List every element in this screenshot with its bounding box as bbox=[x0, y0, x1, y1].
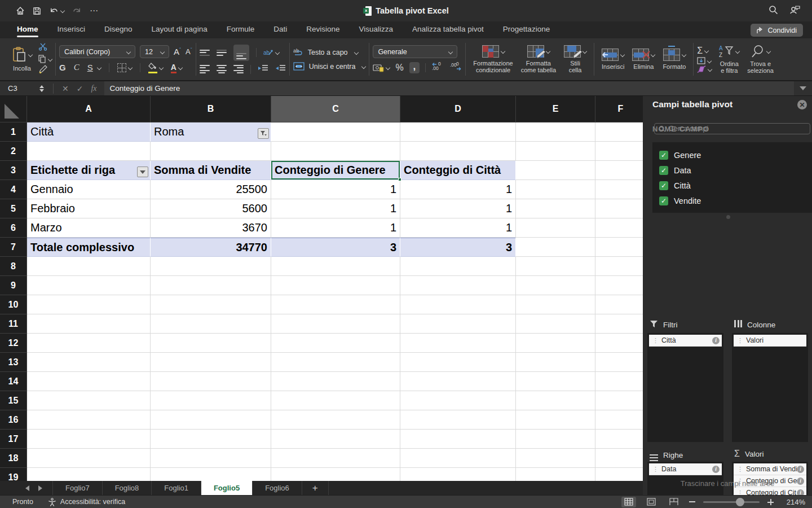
sheet-nav-right-icon[interactable] bbox=[38, 485, 42, 491]
row-header-16[interactable]: 16 bbox=[0, 410, 27, 430]
merge-center-button[interactable]: Unisci e centra bbox=[293, 62, 366, 71]
cell-F11[interactable] bbox=[595, 314, 643, 334]
cell-D12[interactable] bbox=[400, 334, 516, 353]
sheet-tab-foglio7[interactable]: Foglio7 bbox=[52, 481, 103, 495]
percent-style-button[interactable]: % bbox=[395, 63, 403, 73]
row-header-6[interactable]: 6 bbox=[0, 218, 27, 238]
field-chip[interactable]: ⋮Somma di Vendi...i bbox=[734, 463, 806, 475]
decrease-decimal-icon[interactable]: .000 bbox=[449, 62, 462, 73]
cell-A19[interactable] bbox=[27, 468, 151, 481]
clear-button[interactable] bbox=[697, 65, 712, 73]
cell-A8[interactable] bbox=[27, 257, 151, 276]
cell-styles-button[interactable]: Stilicella bbox=[560, 45, 590, 73]
wrap-text-button[interactable]: ab Testo a capo bbox=[293, 48, 366, 57]
cell-F5[interactable] bbox=[595, 199, 643, 218]
home-icon[interactable] bbox=[16, 6, 25, 15]
cell-B14[interactable] bbox=[151, 372, 271, 391]
row-header-14[interactable]: 14 bbox=[0, 372, 27, 391]
orientation-button[interactable]: ab bbox=[263, 48, 279, 57]
search-icon[interactable] bbox=[769, 5, 778, 17]
comma-style-button[interactable]: , bbox=[409, 62, 420, 73]
cell-E6[interactable] bbox=[516, 218, 595, 238]
underline-button[interactable]: S bbox=[87, 63, 93, 72]
cell-B19[interactable] bbox=[151, 468, 271, 481]
cell-E14[interactable] bbox=[516, 372, 595, 391]
field-item-data[interactable]: ✓Data bbox=[659, 163, 812, 178]
row-header-10[interactable]: 10 bbox=[0, 295, 27, 314]
fill-color-button[interactable] bbox=[148, 62, 163, 73]
row-labels-dropdown-icon[interactable] bbox=[137, 167, 148, 177]
insert-cells-button[interactable]: Inserisci bbox=[598, 49, 628, 70]
cell-A15[interactable] bbox=[27, 391, 151, 410]
align-bottom-icon[interactable] bbox=[233, 45, 249, 61]
cell-A1[interactable]: Città bbox=[27, 122, 151, 142]
cell-D18[interactable] bbox=[400, 449, 516, 468]
cell-D1[interactable] bbox=[400, 122, 516, 142]
field-item-genere[interactable]: ✓Genere bbox=[659, 147, 812, 163]
drag-handle-icon[interactable]: ⋮ bbox=[652, 466, 658, 473]
row-header-11[interactable]: 11 bbox=[0, 314, 27, 334]
cell-E13[interactable] bbox=[516, 353, 595, 372]
cell-A4[interactable]: Gennaio bbox=[27, 180, 151, 199]
share-button[interactable]: Condividi bbox=[751, 24, 803, 37]
column-header-B[interactable]: B bbox=[151, 96, 271, 122]
cell-F10[interactable] bbox=[595, 295, 643, 314]
cell-E1[interactable] bbox=[516, 122, 595, 142]
cell-A2[interactable] bbox=[27, 142, 151, 161]
column-header-E[interactable]: E bbox=[516, 96, 595, 122]
save-icon[interactable] bbox=[33, 7, 41, 15]
field-chip[interactable]: ⋮Datai bbox=[649, 463, 722, 475]
row-header-1[interactable]: 1 bbox=[0, 122, 27, 142]
cell-E19[interactable] bbox=[516, 468, 595, 481]
cell-E8[interactable] bbox=[516, 257, 595, 276]
cell-F12[interactable] bbox=[595, 334, 643, 353]
ribbon-tab-layout-di-pagina[interactable]: Layout di pagina bbox=[152, 21, 208, 38]
cell-C1[interactable] bbox=[271, 122, 400, 142]
cell-B11[interactable] bbox=[151, 314, 271, 334]
cell-A12[interactable] bbox=[27, 334, 151, 353]
cell-B17[interactable] bbox=[151, 430, 271, 449]
cell-E12[interactable] bbox=[516, 334, 595, 353]
selection-fill-handle[interactable] bbox=[398, 178, 401, 181]
align-top-icon[interactable] bbox=[200, 50, 210, 56]
cell-E15[interactable] bbox=[516, 391, 595, 410]
field-item-vendite[interactable]: ✓Vendite bbox=[659, 193, 812, 208]
cell-A18[interactable] bbox=[27, 449, 151, 468]
row-header-8[interactable]: 8 bbox=[0, 257, 27, 276]
align-right-icon[interactable] bbox=[233, 65, 244, 74]
fill-button[interactable] bbox=[697, 57, 712, 64]
copy-icon[interactable] bbox=[38, 55, 52, 63]
cell-B13[interactable] bbox=[151, 353, 271, 372]
cell-D2[interactable] bbox=[400, 142, 516, 161]
sheet-tab-foglio1[interactable]: Foglio1 bbox=[152, 481, 201, 495]
info-icon[interactable]: i bbox=[797, 466, 804, 473]
cancel-icon[interactable]: ✕ bbox=[62, 84, 69, 93]
cell-B2[interactable] bbox=[151, 142, 271, 161]
cell-F3[interactable] bbox=[595, 161, 643, 180]
row-header-13[interactable]: 13 bbox=[0, 353, 27, 372]
cell-A5[interactable]: Febbraio bbox=[27, 199, 151, 218]
name-box[interactable]: C3 bbox=[0, 84, 39, 93]
cell-B16[interactable] bbox=[151, 410, 271, 430]
select-all-corner[interactable] bbox=[0, 96, 27, 122]
cell-A11[interactable] bbox=[27, 314, 151, 334]
cell-B10[interactable] bbox=[151, 295, 271, 314]
undo-chevron-icon[interactable] bbox=[60, 8, 65, 13]
normal-view-icon[interactable] bbox=[621, 497, 636, 507]
cell-F16[interactable] bbox=[595, 410, 643, 430]
sheet-nav-left-icon[interactable] bbox=[25, 485, 29, 491]
ribbon-tab-home[interactable]: Home bbox=[17, 21, 38, 38]
italic-button[interactable]: C bbox=[74, 63, 80, 72]
ribbon-tab-inserisci[interactable]: Inserisci bbox=[58, 21, 86, 38]
column-header-F[interactable]: F bbox=[595, 96, 643, 122]
cell-C16[interactable] bbox=[271, 410, 400, 430]
cell-F9[interactable] bbox=[595, 276, 643, 295]
cell-C9[interactable] bbox=[271, 276, 400, 295]
align-center-icon[interactable] bbox=[217, 65, 227, 74]
cell-B8[interactable] bbox=[151, 257, 271, 276]
cell-B12[interactable] bbox=[151, 334, 271, 353]
cell-D13[interactable] bbox=[400, 353, 516, 372]
cell-A16[interactable] bbox=[27, 410, 151, 430]
sheet-tab-foglio5[interactable]: Foglio5 bbox=[201, 481, 253, 495]
checkbox-checked-icon[interactable]: ✓ bbox=[659, 151, 668, 160]
